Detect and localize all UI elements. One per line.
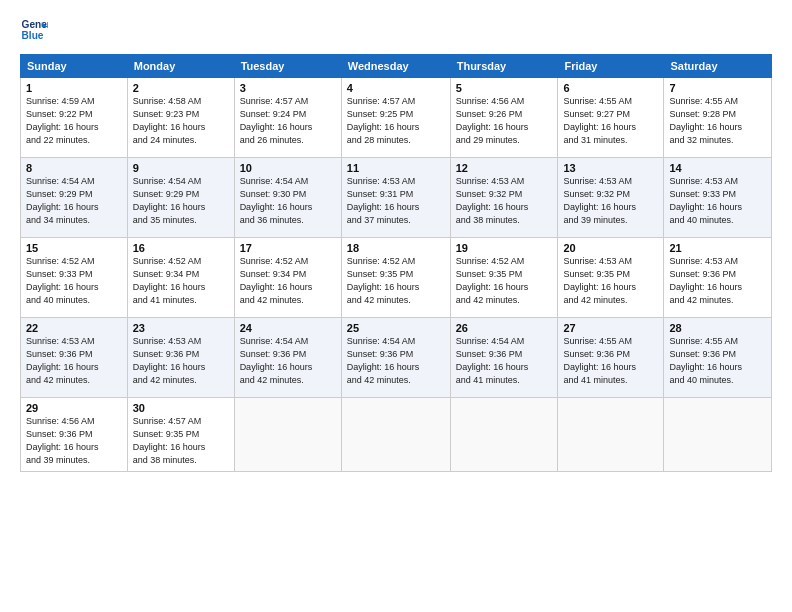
day-number: 23: [133, 322, 229, 334]
day-number: 30: [133, 402, 229, 414]
day-info: Sunrise: 4:53 AM Sunset: 9:32 PM Dayligh…: [563, 175, 658, 227]
day-number: 21: [669, 242, 766, 254]
day-cell: 7Sunrise: 4:55 AM Sunset: 9:28 PM Daylig…: [664, 78, 772, 158]
day-number: 20: [563, 242, 658, 254]
day-info: Sunrise: 4:53 AM Sunset: 9:36 PM Dayligh…: [669, 255, 766, 307]
week-row-3: 15Sunrise: 4:52 AM Sunset: 9:33 PM Dayli…: [21, 238, 772, 318]
day-number: 25: [347, 322, 445, 334]
day-number: 1: [26, 82, 122, 94]
day-cell: [450, 398, 558, 472]
day-info: Sunrise: 4:53 AM Sunset: 9:33 PM Dayligh…: [669, 175, 766, 227]
weekday-header-monday: Monday: [127, 55, 234, 78]
day-info: Sunrise: 4:52 AM Sunset: 9:34 PM Dayligh…: [240, 255, 336, 307]
day-number: 17: [240, 242, 336, 254]
day-cell: 2Sunrise: 4:58 AM Sunset: 9:23 PM Daylig…: [127, 78, 234, 158]
logo-icon: General Blue: [20, 16, 48, 44]
week-row-2: 8Sunrise: 4:54 AM Sunset: 9:29 PM Daylig…: [21, 158, 772, 238]
day-number: 19: [456, 242, 553, 254]
day-cell: 28Sunrise: 4:55 AM Sunset: 9:36 PM Dayli…: [664, 318, 772, 398]
day-number: 3: [240, 82, 336, 94]
weekday-header-thursday: Thursday: [450, 55, 558, 78]
day-number: 5: [456, 82, 553, 94]
day-cell: 1Sunrise: 4:59 AM Sunset: 9:22 PM Daylig…: [21, 78, 128, 158]
day-cell: 24Sunrise: 4:54 AM Sunset: 9:36 PM Dayli…: [234, 318, 341, 398]
weekday-header-wednesday: Wednesday: [341, 55, 450, 78]
day-info: Sunrise: 4:54 AM Sunset: 9:36 PM Dayligh…: [347, 335, 445, 387]
day-number: 22: [26, 322, 122, 334]
weekday-header-sunday: Sunday: [21, 55, 128, 78]
day-info: Sunrise: 4:52 AM Sunset: 9:34 PM Dayligh…: [133, 255, 229, 307]
day-cell: 25Sunrise: 4:54 AM Sunset: 9:36 PM Dayli…: [341, 318, 450, 398]
header: General Blue: [20, 16, 772, 44]
day-number: 4: [347, 82, 445, 94]
day-cell: 16Sunrise: 4:52 AM Sunset: 9:34 PM Dayli…: [127, 238, 234, 318]
day-info: Sunrise: 4:53 AM Sunset: 9:36 PM Dayligh…: [26, 335, 122, 387]
day-number: 11: [347, 162, 445, 174]
day-number: 8: [26, 162, 122, 174]
day-cell: 20Sunrise: 4:53 AM Sunset: 9:35 PM Dayli…: [558, 238, 664, 318]
day-info: Sunrise: 4:54 AM Sunset: 9:36 PM Dayligh…: [456, 335, 553, 387]
day-number: 12: [456, 162, 553, 174]
day-info: Sunrise: 4:53 AM Sunset: 9:36 PM Dayligh…: [133, 335, 229, 387]
logo: General Blue: [20, 16, 52, 44]
day-cell: 12Sunrise: 4:53 AM Sunset: 9:32 PM Dayli…: [450, 158, 558, 238]
day-cell: 13Sunrise: 4:53 AM Sunset: 9:32 PM Dayli…: [558, 158, 664, 238]
day-cell: 4Sunrise: 4:57 AM Sunset: 9:25 PM Daylig…: [341, 78, 450, 158]
calendar: SundayMondayTuesdayWednesdayThursdayFrid…: [20, 54, 772, 472]
day-cell: 17Sunrise: 4:52 AM Sunset: 9:34 PM Dayli…: [234, 238, 341, 318]
day-number: 26: [456, 322, 553, 334]
day-number: 13: [563, 162, 658, 174]
day-info: Sunrise: 4:53 AM Sunset: 9:31 PM Dayligh…: [347, 175, 445, 227]
day-info: Sunrise: 4:52 AM Sunset: 9:35 PM Dayligh…: [456, 255, 553, 307]
day-cell: [664, 398, 772, 472]
week-row-4: 22Sunrise: 4:53 AM Sunset: 9:36 PM Dayli…: [21, 318, 772, 398]
day-number: 27: [563, 322, 658, 334]
week-row-5: 29Sunrise: 4:56 AM Sunset: 9:36 PM Dayli…: [21, 398, 772, 472]
day-number: 14: [669, 162, 766, 174]
weekday-header-row: SundayMondayTuesdayWednesdayThursdayFrid…: [21, 55, 772, 78]
day-cell: 9Sunrise: 4:54 AM Sunset: 9:29 PM Daylig…: [127, 158, 234, 238]
day-info: Sunrise: 4:55 AM Sunset: 9:36 PM Dayligh…: [669, 335, 766, 387]
day-info: Sunrise: 4:58 AM Sunset: 9:23 PM Dayligh…: [133, 95, 229, 147]
day-info: Sunrise: 4:52 AM Sunset: 9:33 PM Dayligh…: [26, 255, 122, 307]
day-number: 18: [347, 242, 445, 254]
weekday-header-saturday: Saturday: [664, 55, 772, 78]
day-info: Sunrise: 4:54 AM Sunset: 9:36 PM Dayligh…: [240, 335, 336, 387]
day-cell: 22Sunrise: 4:53 AM Sunset: 9:36 PM Dayli…: [21, 318, 128, 398]
day-cell: 15Sunrise: 4:52 AM Sunset: 9:33 PM Dayli…: [21, 238, 128, 318]
day-number: 29: [26, 402, 122, 414]
day-info: Sunrise: 4:54 AM Sunset: 9:29 PM Dayligh…: [26, 175, 122, 227]
day-cell: 18Sunrise: 4:52 AM Sunset: 9:35 PM Dayli…: [341, 238, 450, 318]
day-cell: 30Sunrise: 4:57 AM Sunset: 9:35 PM Dayli…: [127, 398, 234, 472]
day-number: 28: [669, 322, 766, 334]
day-cell: 21Sunrise: 4:53 AM Sunset: 9:36 PM Dayli…: [664, 238, 772, 318]
week-row-1: 1Sunrise: 4:59 AM Sunset: 9:22 PM Daylig…: [21, 78, 772, 158]
svg-text:Blue: Blue: [22, 30, 44, 41]
day-info: Sunrise: 4:57 AM Sunset: 9:35 PM Dayligh…: [133, 415, 229, 467]
day-cell: 23Sunrise: 4:53 AM Sunset: 9:36 PM Dayli…: [127, 318, 234, 398]
day-cell: 27Sunrise: 4:55 AM Sunset: 9:36 PM Dayli…: [558, 318, 664, 398]
day-cell: 26Sunrise: 4:54 AM Sunset: 9:36 PM Dayli…: [450, 318, 558, 398]
day-info: Sunrise: 4:56 AM Sunset: 9:26 PM Dayligh…: [456, 95, 553, 147]
day-cell: 29Sunrise: 4:56 AM Sunset: 9:36 PM Dayli…: [21, 398, 128, 472]
day-info: Sunrise: 4:57 AM Sunset: 9:25 PM Dayligh…: [347, 95, 445, 147]
day-info: Sunrise: 4:56 AM Sunset: 9:36 PM Dayligh…: [26, 415, 122, 467]
day-info: Sunrise: 4:54 AM Sunset: 9:30 PM Dayligh…: [240, 175, 336, 227]
day-cell: 6Sunrise: 4:55 AM Sunset: 9:27 PM Daylig…: [558, 78, 664, 158]
day-cell: [341, 398, 450, 472]
day-info: Sunrise: 4:55 AM Sunset: 9:36 PM Dayligh…: [563, 335, 658, 387]
day-info: Sunrise: 4:57 AM Sunset: 9:24 PM Dayligh…: [240, 95, 336, 147]
day-info: Sunrise: 4:54 AM Sunset: 9:29 PM Dayligh…: [133, 175, 229, 227]
day-cell: 19Sunrise: 4:52 AM Sunset: 9:35 PM Dayli…: [450, 238, 558, 318]
day-info: Sunrise: 4:52 AM Sunset: 9:35 PM Dayligh…: [347, 255, 445, 307]
day-number: 9: [133, 162, 229, 174]
day-cell: 3Sunrise: 4:57 AM Sunset: 9:24 PM Daylig…: [234, 78, 341, 158]
day-cell: [234, 398, 341, 472]
day-info: Sunrise: 4:55 AM Sunset: 9:28 PM Dayligh…: [669, 95, 766, 147]
day-number: 24: [240, 322, 336, 334]
day-cell: 11Sunrise: 4:53 AM Sunset: 9:31 PM Dayli…: [341, 158, 450, 238]
day-number: 16: [133, 242, 229, 254]
day-info: Sunrise: 4:59 AM Sunset: 9:22 PM Dayligh…: [26, 95, 122, 147]
weekday-header-tuesday: Tuesday: [234, 55, 341, 78]
day-number: 7: [669, 82, 766, 94]
